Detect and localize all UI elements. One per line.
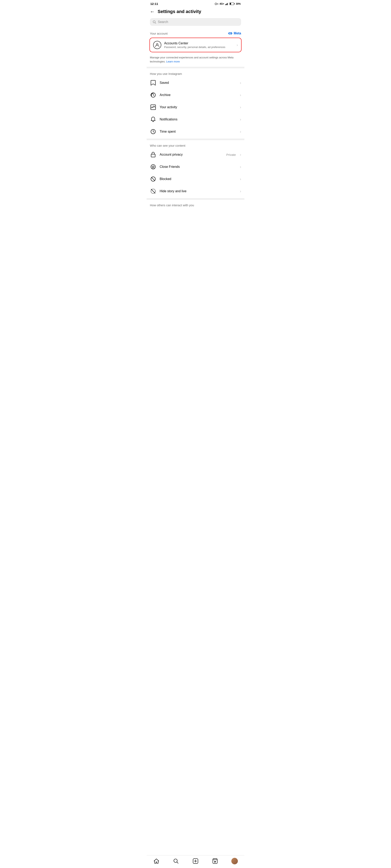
bottom-nav [147,855,244,868]
your-account-header: Your account Meta [147,29,244,37]
nav-search[interactable] [171,858,181,865]
how-others-interact-label: How others can interact with you [147,200,244,208]
your-account-label: Your account [150,32,168,35]
notifications-menu-item[interactable]: Notifications › [147,113,244,125]
svg-rect-29 [213,859,217,864]
archive-icon [150,92,157,98]
archive-label: Archive [160,93,236,97]
your-activity-menu-item[interactable]: Your activity › [147,101,244,113]
accounts-center-title: Accounts Center [164,41,234,45]
notifications-icon [150,116,157,123]
svg-marker-33 [215,861,216,863]
svg-line-25 [177,862,178,863]
accounts-center-chevron: › [236,43,238,47]
status-time: 12:11 [150,2,158,5]
svg-line-21 [151,177,155,181]
bookmark-icon [150,80,156,86]
nav-new-post[interactable] [191,858,200,865]
account-privacy-menu-item[interactable]: Account privacy Private › [147,149,244,161]
activity-icon-svg [150,104,156,110]
saved-icon [150,80,157,86]
divider-1 [147,67,244,68]
accounts-center-text: Accounts Center Password, security, pers… [164,41,234,49]
svg-marker-19 [152,165,155,168]
close-friends-chevron: › [240,165,241,169]
search-placeholder: Search [158,20,168,24]
search-container: Search [147,17,244,29]
svg-point-24 [174,859,177,863]
svg-rect-6 [227,3,228,5]
archive-menu-item[interactable]: Archive › [147,89,244,101]
learn-more-link[interactable]: Learn more [166,60,179,63]
meta-label: Meta [234,32,241,35]
back-button[interactable]: ← [150,9,155,14]
who-can-see-label: Who can see your content [147,141,244,149]
notifications-label: Notifications [160,118,236,121]
saved-menu-item[interactable]: Saved › [147,77,244,89]
user-circle-icon [155,43,160,47]
divider-3 [147,198,244,200]
battery-icon [229,2,235,5]
svg-rect-17 [151,154,155,157]
lock-icon-svg [150,152,156,157]
blocked-menu-item[interactable]: Blocked › [147,173,244,185]
reels-icon [213,858,218,864]
profile-avatar-image [231,858,238,864]
accounts-center-description: Manage your connected experiences and ac… [147,54,244,66]
svg-line-23 [151,189,155,193]
search-nav-icon [173,859,178,864]
account-privacy-chevron: › [240,153,241,157]
time-spent-menu-item[interactable]: Time spent › [147,125,244,138]
account-privacy-label: Account privacy [160,153,223,156]
status-icons: 4G+ 30% [215,2,241,5]
home-icon [153,859,159,864]
how-others-interact-section: How others can interact with you [147,200,244,208]
hide-story-menu-item[interactable]: Hide story and live › [147,185,244,197]
your-activity-icon [150,104,157,111]
key-icon [215,3,219,5]
who-can-see-section: Who can see your content Account privacy… [147,141,244,197]
profile-avatar [231,858,238,864]
accounts-center-subtitle: Password, security, personal details, ad… [164,45,234,49]
how-you-use-label: How you use Instagram [147,69,244,77]
bell-icon-svg [150,117,156,122]
saved-label: Saved [160,81,236,85]
blocked-icon [150,176,157,182]
time-spent-label: Time spent [160,130,236,133]
account-privacy-value: Private [226,153,236,156]
new-post-icon [193,858,198,864]
nav-reels[interactable] [210,858,220,865]
saved-chevron: › [240,81,241,85]
accounts-center-card[interactable]: Accounts Center Password, security, pers… [149,38,242,52]
svg-point-0 [215,3,217,5]
signal-icon [225,3,228,5]
notifications-chevron: › [240,117,241,122]
meta-logo: Meta [228,32,241,35]
svg-rect-4 [225,4,226,5]
archive-chevron: › [240,93,241,97]
network-label: 4G+ [220,2,224,5]
archive-icon-svg [150,92,156,98]
meta-infinity-icon [228,32,233,35]
star-circle-icon-svg [150,164,156,169]
close-friends-label: Close Friends [160,165,236,168]
how-you-use-instagram-section: How you use Instagram Saved › Archiv [147,69,244,138]
time-spent-chevron: › [240,130,241,134]
your-activity-label: Your activity [160,105,236,109]
svg-rect-5 [226,4,227,5]
svg-rect-9 [234,3,234,4]
svg-point-18 [151,164,156,169]
account-privacy-icon [150,151,157,158]
divider-2 [147,138,244,140]
nav-home[interactable] [151,858,161,865]
clock-icon-svg [150,129,156,134]
search-icon [153,20,156,24]
svg-rect-7 [228,3,228,5]
close-friends-icon [150,163,157,170]
search-bar[interactable]: Search [150,18,241,26]
page-title: Settings and activity [158,9,201,14]
nav-profile[interactable] [230,858,240,865]
hide-story-label: Hide story and live [160,189,236,193]
close-friends-menu-item[interactable]: Close Friends › [147,161,244,173]
accounts-center-icon [153,41,161,49]
